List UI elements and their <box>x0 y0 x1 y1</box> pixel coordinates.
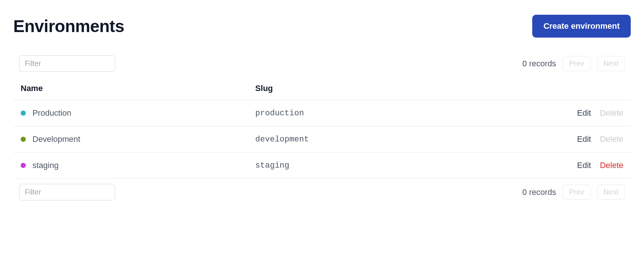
bottom-toolbar: 0 records Prev Next <box>13 179 631 200</box>
environments-table: Name Slug ProductionproductionEditDelete… <box>13 77 631 179</box>
column-header-slug: Slug <box>248 77 507 100</box>
page-title: Environments <box>13 16 124 36</box>
environment-slug: development <box>248 126 507 153</box>
next-button-top[interactable]: Next <box>597 56 625 71</box>
environment-name-cell: Development <box>21 134 240 144</box>
records-count-top: 0 records <box>522 59 556 69</box>
environment-name-cell: staging <box>21 161 240 170</box>
prev-button-top[interactable]: Prev <box>563 56 591 71</box>
prev-button-bottom[interactable]: Prev <box>563 185 591 200</box>
table-row: ProductionproductionEditDelete <box>13 100 631 126</box>
environment-slug: production <box>248 100 507 126</box>
row-actions: EditDelete <box>507 153 631 179</box>
edit-link[interactable]: Edit <box>577 134 591 144</box>
page-header: Environments Create environment <box>13 15 631 38</box>
status-dot-icon <box>21 137 26 142</box>
environment-name: staging <box>32 161 59 170</box>
next-button-bottom[interactable]: Next <box>597 185 625 200</box>
table-row: DevelopmentdevelopmentEditDelete <box>13 126 631 153</box>
edit-link[interactable]: Edit <box>577 108 591 118</box>
column-header-actions <box>507 77 631 100</box>
row-actions: EditDelete <box>507 126 631 153</box>
delete-link: Delete <box>600 108 623 118</box>
status-dot-icon <box>21 163 26 168</box>
top-toolbar-right: 0 records Prev Next <box>522 56 625 71</box>
row-actions: EditDelete <box>507 100 631 126</box>
environment-name: Development <box>32 134 80 144</box>
edit-link[interactable]: Edit <box>577 161 591 170</box>
filter-input-top[interactable] <box>19 55 115 72</box>
filter-input-bottom[interactable] <box>19 184 115 200</box>
status-dot-icon <box>21 111 26 116</box>
environment-slug: staging <box>248 153 507 179</box>
column-header-name: Name <box>13 77 248 100</box>
top-toolbar: 0 records Prev Next <box>13 55 631 77</box>
environment-name-cell: Production <box>21 108 240 118</box>
environment-name: Production <box>32 108 71 118</box>
delete-link[interactable]: Delete <box>600 161 623 170</box>
bottom-toolbar-right: 0 records Prev Next <box>522 185 625 200</box>
create-environment-button[interactable]: Create environment <box>532 15 631 38</box>
delete-link: Delete <box>600 134 623 144</box>
table-row: stagingstagingEditDelete <box>13 153 631 179</box>
records-count-bottom: 0 records <box>522 188 556 197</box>
